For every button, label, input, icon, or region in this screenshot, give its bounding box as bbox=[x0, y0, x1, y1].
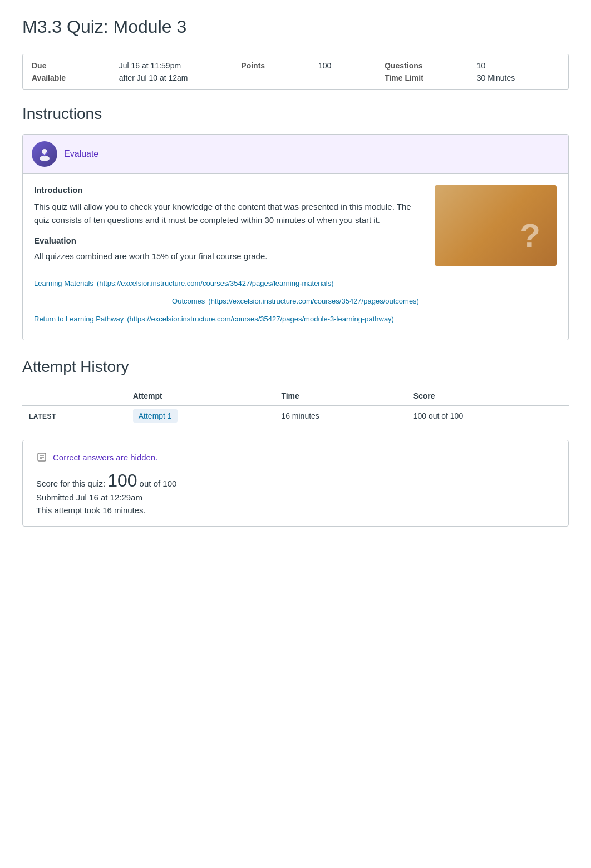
col-badge bbox=[22, 387, 126, 405]
outcomes-link[interactable]: Outcomes bbox=[172, 297, 205, 305]
col-score: Score bbox=[407, 387, 569, 405]
instructions-body: Introduction This quiz will allow you to… bbox=[23, 174, 568, 340]
evaluate-avatar bbox=[32, 141, 57, 167]
points-label: Points bbox=[241, 61, 309, 70]
submitted-line: Submitted Jul 16 at 12:29am bbox=[36, 493, 555, 502]
eval-heading: Evaluation bbox=[34, 236, 423, 245]
return-to-pathway-link[interactable]: Return to Learning Pathway bbox=[34, 315, 124, 323]
col-attempt: Attempt bbox=[126, 387, 275, 405]
content-area: Introduction This quiz will allow you to… bbox=[34, 185, 557, 266]
points-value: 100 bbox=[318, 61, 376, 70]
time-limit-value: 30 Minutes bbox=[477, 73, 559, 82]
text-content: Introduction This quiz will allow you to… bbox=[34, 185, 423, 263]
attempt-table: Attempt Time Score LATEST Attempt 1 16 m… bbox=[22, 387, 569, 426]
link-row-learning-materials: Learning Materials (https://excelsior.in… bbox=[34, 275, 557, 292]
instructions-box: Evaluate Introduction This quiz will all… bbox=[22, 134, 569, 340]
time-limit-label: Time Limit bbox=[385, 73, 468, 82]
col-time: Time bbox=[274, 387, 406, 405]
instructions-title: Instructions bbox=[22, 105, 569, 123]
page-title: M3.3 Quiz: Module 3 bbox=[22, 17, 569, 43]
attempt-time: 16 minutes bbox=[274, 405, 406, 426]
available-value: after Jul 10 at 12am bbox=[119, 73, 233, 82]
svg-point-1 bbox=[40, 156, 50, 161]
due-label: Due bbox=[32, 61, 110, 70]
score-for-quiz-label: Score for this quiz: bbox=[36, 479, 105, 488]
link-row-outcomes: Outcomes (https://excelsior.instructure.… bbox=[34, 292, 557, 310]
evaluate-link[interactable]: Evaluate bbox=[64, 149, 98, 159]
questions-value: 10 bbox=[477, 61, 559, 70]
available-label: Available bbox=[32, 73, 110, 82]
quiz-image bbox=[435, 185, 557, 266]
score-big-value: 100 bbox=[107, 472, 137, 489]
latest-badge: LATEST bbox=[29, 413, 56, 420]
return-to-pathway-url[interactable]: (https://excelsior.instructure.com/cours… bbox=[127, 315, 394, 323]
attempt-history-title: Attempt History bbox=[22, 358, 569, 376]
link-row-return: Return to Learning Pathway (https://exce… bbox=[34, 310, 557, 328]
score-result-box: Correct answers are hidden. Score for th… bbox=[22, 440, 569, 527]
intro-heading: Introduction bbox=[34, 185, 423, 195]
learning-materials-url[interactable]: (https://excelsior.instructure.com/cours… bbox=[97, 279, 334, 287]
intro-text: This quiz will allow you to check your k… bbox=[34, 200, 423, 227]
questions-label: Questions bbox=[385, 61, 468, 70]
attempt-time-line: This attempt took 16 minutes. bbox=[36, 505, 555, 515]
links-section: Learning Materials (https://excelsior.in… bbox=[34, 275, 557, 334]
outcomes-url[interactable]: (https://excelsior.instructure.com/cours… bbox=[208, 297, 419, 305]
evaluate-banner: Evaluate bbox=[23, 135, 568, 174]
hidden-answers-text: Correct answers are hidden. bbox=[53, 453, 157, 462]
hidden-icon bbox=[36, 452, 47, 463]
attempt-1-link[interactable]: Attempt 1 bbox=[133, 409, 178, 423]
learning-materials-link[interactable]: Learning Materials bbox=[34, 279, 93, 287]
due-value: Jul 16 at 11:59pm bbox=[119, 61, 233, 70]
attempt-score: 100 out of 100 bbox=[407, 405, 569, 426]
meta-table: Due Jul 16 at 11:59pm Points 100 Questio… bbox=[22, 54, 569, 90]
score-out-of: out of 100 bbox=[140, 479, 177, 488]
table-row: LATEST Attempt 1 16 minutes 100 out of 1… bbox=[22, 405, 569, 426]
score-line: Score for this quiz: 100 out of 100 bbox=[36, 472, 555, 489]
hidden-answers-row: Correct answers are hidden. bbox=[36, 452, 555, 463]
eval-text: All quizzes combined are worth 15% of yo… bbox=[34, 250, 423, 263]
